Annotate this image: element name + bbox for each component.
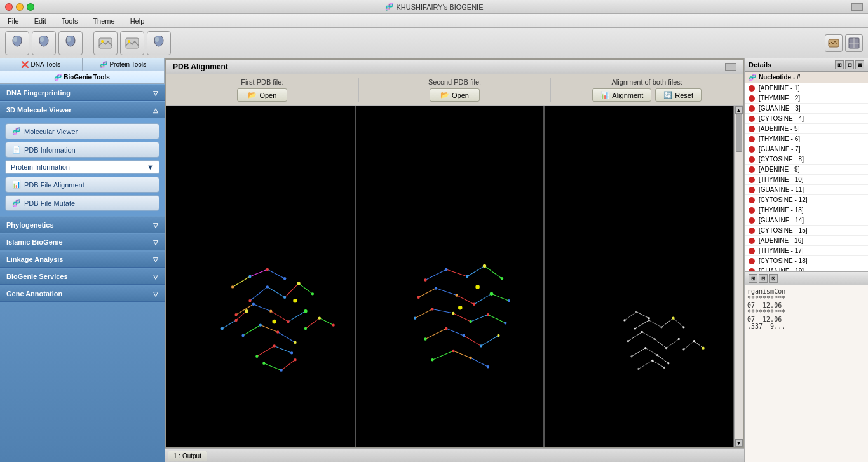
align-icon: 📊: [600, 91, 609, 99]
list-item[interactable]: [ADENINE - 5]: [745, 124, 868, 134]
scroll-down-btn[interactable]: ▼: [735, 439, 743, 447]
bottom-text-line: .537 -9...: [747, 323, 865, 330]
biogenie-icon: 🧬: [54, 74, 62, 81]
first-pdb-open-btn[interactable]: 📂 Open: [237, 88, 287, 102]
toolbar-btn-5[interactable]: [120, 31, 144, 55]
list-item[interactable]: [THYMINE - 10]: [745, 175, 868, 185]
bottom-close[interactable]: ⊠: [769, 274, 778, 283]
first-pdb-viewer[interactable]: [166, 106, 356, 447]
right-bottom-header: ⊞ ⊟ ⊠: [745, 272, 868, 285]
bottom-icon-2[interactable]: ⊟: [759, 274, 768, 283]
minimize-button[interactable]: [16, 3, 24, 11]
section-3d-molecule-viewer[interactable]: 3D Molecule Viewer △: [0, 102, 165, 118]
svg-point-53: [248, 275, 251, 278]
section-dna-fingerprinting[interactable]: DNA Fingerprinting ▽: [0, 85, 165, 101]
alignment-result-viewer[interactable]: [545, 106, 734, 447]
toolbar-btn-3[interactable]: [58, 31, 83, 55]
bottom-icon-1[interactable]: ⊞: [749, 274, 757, 283]
details-icon-3[interactable]: ⊠: [855, 60, 864, 69]
restore-button[interactable]: [851, 3, 863, 11]
list-item[interactable]: [THYMINE - 6]: [745, 134, 868, 144]
pdb-file-mutate-btn[interactable]: 🧬 PDB File Mutate: [5, 195, 159, 211]
details-icon-1[interactable]: ⊞: [835, 60, 844, 69]
section-islamic-biogenie[interactable]: Islamic BioGenie ▽: [0, 234, 165, 250]
list-item[interactable]: [THYMINE - 2]: [745, 93, 868, 104]
svg-point-111: [445, 327, 447, 330]
section-linkage-analysis[interactable]: Linkage Analysis ▽: [0, 252, 165, 268]
details-icon-2[interactable]: ⊟: [845, 60, 854, 69]
alignment-btn[interactable]: 📊 Alignment: [592, 88, 651, 102]
pdb-minimize-button[interactable]: [725, 63, 736, 71]
nuc-indicator: [749, 116, 755, 122]
svg-point-56: [304, 327, 307, 330]
tab-dna-tools[interactable]: ❌ DNA Tools: [0, 58, 83, 71]
bottom-text-line: 07 -12.06: [747, 302, 865, 309]
list-item[interactable]: [GUANINE - 19]: [745, 266, 868, 271]
list-item[interactable]: [CYTOSINE - 15]: [745, 226, 868, 236]
list-item[interactable]: [CYTOSINE - 12]: [745, 195, 868, 205]
menu-edit[interactable]: Edit: [32, 16, 49, 26]
toolbar-photo-icon[interactable]: [825, 34, 843, 52]
menu-tools[interactable]: Tools: [59, 16, 81, 26]
second-pdb-open-btn[interactable]: 📂 Open: [430, 88, 480, 102]
tab-protein-tools[interactable]: 🧬 Protein Tools: [83, 58, 165, 71]
section-phylogenetics[interactable]: Phylogenetics ▽: [0, 217, 165, 233]
list-item[interactable]: [THYMINE - 13]: [745, 205, 868, 215]
nuc-indicator: [749, 85, 755, 92]
section-biogenie-services[interactable]: BioGenie Services ▽: [0, 269, 165, 285]
nuc-indicator: [749, 207, 755, 214]
maximize-button[interactable]: [27, 3, 34, 11]
menu-file[interactable]: File: [5, 16, 22, 26]
list-item[interactable]: [GUANINE - 7]: [745, 144, 868, 154]
pdb-file-alignment-btn[interactable]: 📊 PDB File Alignment: [5, 177, 159, 193]
list-item[interactable]: [ADENINE - 1]: [745, 83, 868, 93]
list-item[interactable]: [ADENINE - 9]: [745, 165, 868, 175]
toolbar-grid-icon[interactable]: [845, 34, 863, 52]
pdb-scrollbar[interactable]: ▲ ▼: [734, 106, 743, 447]
list-item[interactable]: [CYTOSINE - 18]: [745, 256, 868, 266]
list-item[interactable]: [CYTOSINE - 8]: [745, 154, 868, 165]
toolbar-btn-6[interactable]: [147, 31, 171, 55]
toolbar-btn-2[interactable]: [32, 31, 56, 55]
scroll-track[interactable]: [735, 114, 743, 439]
molecular-viewer-btn[interactable]: 🧬 Molecular Viewer: [5, 123, 159, 139]
section-gene-annotation[interactable]: Gene Annotation ▽: [0, 286, 165, 302]
svg-point-1: [13, 37, 17, 42]
nuc-indicator: [749, 156, 755, 163]
list-item[interactable]: [GUANINE - 3]: [745, 104, 868, 114]
list-item[interactable]: [GUANINE - 11]: [745, 185, 868, 195]
list-item[interactable]: [ADENINE - 16]: [745, 236, 868, 246]
nuc-indicator: [749, 187, 755, 193]
svg-point-11: [155, 37, 159, 42]
toolbar-btn-4[interactable]: [93, 31, 118, 55]
scroll-thumb[interactable]: [736, 114, 742, 152]
menu-theme[interactable]: Theme: [90, 16, 117, 26]
svg-point-43: [287, 320, 289, 323]
second-pdb-viewer[interactable]: [356, 106, 545, 447]
svg-point-48: [294, 341, 296, 344]
svg-point-98: [417, 296, 419, 299]
svg-point-67: [280, 369, 282, 371]
menu-help[interactable]: Help: [128, 16, 147, 26]
output-tab[interactable]: 1 : Output: [168, 451, 207, 461]
alignment-label: Alignment of both files:: [612, 78, 682, 86]
svg-point-41: [252, 303, 255, 306]
chevron-icon-4: ▽: [153, 256, 158, 263]
scroll-up-btn[interactable]: ▲: [735, 106, 743, 114]
list-item[interactable]: [CYTOSINE - 4]: [745, 114, 868, 124]
toolbar-btn-1[interactable]: [5, 31, 29, 55]
list-item[interactable]: [GUANINE - 14]: [745, 215, 868, 226]
reset-btn[interactable]: 🔄 Reset: [655, 88, 702, 102]
window-controls: [5, 3, 34, 11]
title-bar-right: [851, 3, 863, 11]
protein-information-dropdown[interactable]: Protein Information ▼: [5, 160, 159, 174]
close-button[interactable]: [5, 3, 13, 11]
svg-point-54: [266, 268, 269, 271]
nucleotide-items-list: [ADENINE - 1][THYMINE - 2][GUANINE - 3][…: [745, 83, 868, 271]
sidebar: ❌ DNA Tools 🧬 Protein Tools 🧬 BioGenie T…: [0, 58, 165, 462]
nuc-indicator: [749, 238, 755, 244]
pdb-information-btn[interactable]: 📄 PDB Information: [5, 142, 159, 158]
tab-biogenie-tools[interactable]: 🧬 BioGenie Tools: [0, 71, 165, 83]
list-item[interactable]: [THYMINE - 17]: [745, 246, 868, 256]
svg-point-148: [678, 338, 680, 340]
